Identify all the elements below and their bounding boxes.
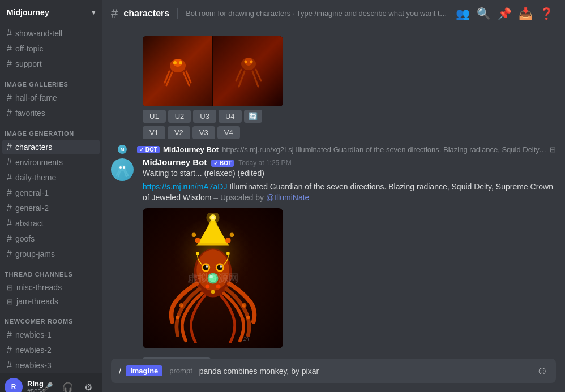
sidebar-item-group-jams[interactable]: # group-jams [2,247,100,261]
sidebar-item-show-and-tell[interactable]: # show-and-tell [2,26,100,41]
svg-point-51 [196,252,199,255]
sidebar-item-newbies-3[interactable]: # newbies-3 [2,358,100,373]
message-waiting-text: Waiting to start... (relaxed) (edited) [143,168,556,179]
svg-point-7 [179,61,182,64]
slash-command: / [119,366,121,376]
channel-header: # characters Bot room for drawing charac… [102,0,565,27]
command-label[interactable]: imagine [126,365,162,376]
channel-label: general-1 [15,188,49,197]
svg-point-6 [173,61,177,64]
svg-point-46 [242,303,247,308]
sidebar-item-abstract[interactable]: # abstract [2,216,100,231]
message-compact-1: M ✓ BOT MidJourney Bot https://s.mj.run/… [102,144,565,155]
hash-icon: # [7,28,12,38]
inbox-icon[interactable]: 📥 [516,6,535,21]
avatar [111,158,134,181]
upscale-u2-button[interactable]: U2 [168,110,191,123]
sidebar-item-daily-theme[interactable]: # daily-theme [2,170,100,185]
upscale-u4-button[interactable]: U4 [219,110,242,123]
channel-label: newbies-1 [15,330,52,339]
refresh-button[interactable]: 🔄 [244,110,262,123]
search-icon[interactable]: 🔍 [474,6,493,21]
header-actions: 👥 🔍 📌 📥 ❓ [453,6,556,21]
sidebar-item-general-1[interactable]: # general-1 [2,186,100,200]
section-label-thread-channels: Thread Channels [0,262,102,280]
svg-point-14 [244,61,247,63]
sidebar-item-newbies-2[interactable]: # newbies-2 [2,343,100,357]
hash-icon: # [7,93,12,103]
members-icon[interactable]: 👥 [453,6,472,21]
sidebar-item-misc-threads[interactable]: ⊞ misc-threads [2,281,100,294]
image-link[interactable]: https://s.mj.run/mA7aDJ [143,182,227,191]
channel-label: hall-of-fame [15,93,57,102]
upscale-buttons-row2: V1 V2 V3 V4 [143,126,556,139]
section-label-image-generation: Image Generation [0,121,102,139]
svg-point-40 [220,265,222,268]
hash-icon: # [7,59,12,69]
hash-icon: # [7,203,12,213]
channel-header-desc: Bot room for drawing characters · Type /… [186,9,448,18]
svg-point-29 [195,238,200,243]
svg-line-10 [236,70,241,81]
svg-point-45 [176,315,179,319]
section-label-galleries: Image Galleries [0,72,102,90]
channel-label: favorites [15,109,45,118]
message-content: MidJourney Bot ✓ BOT Today at 1:25 PM Wa… [143,157,556,359]
message-timestamp: Today at 1:25 PM [238,159,291,167]
upscale-u3-button[interactable]: U3 [193,110,216,123]
svg-point-43 [209,275,213,278]
user-info: Ring #5054 [27,380,34,393]
pin-icon[interactable]: 📌 [495,6,514,21]
hash-icon: # [7,142,12,152]
mute-button[interactable]: 🎤 [38,378,57,392]
sidebar-item-favorites[interactable]: # favorites [2,106,100,120]
upscale-u1-button[interactable]: U1 [143,110,166,123]
sidebar-item-characters[interactable]: # characters [2,140,100,154]
message-full-1: MidJourney Bot ✓ BOT Today at 1:25 PM Wa… [102,155,565,359]
command-value-input[interactable]: panda combines monkey, by pixar [199,367,532,376]
upscale-v1-button[interactable]: V1 [143,126,165,139]
compact-preview: https://s.mj.run/xg2Lsj Illuminated Guar… [222,145,546,154]
thread-icon: ⊞ [7,298,13,306]
variations-button-area: Make Variations [143,353,556,359]
large-squid-image: JA 虚拟资源网 [143,208,283,348]
channel-label: newbies-2 [15,346,52,355]
emoji-button[interactable]: ☺ [537,364,548,377]
settings-button[interactable]: ⚙ [79,378,97,392]
sidebar-item-off-topic[interactable]: # off-topic [2,41,100,56]
channel-label: support [15,59,42,68]
channel-label: group-jams [15,249,55,259]
svg-point-16 [118,165,126,171]
sidebar-item-jam-threads[interactable]: ⊞ jam-threads [2,295,100,308]
header-divider [177,8,178,19]
sidebar-item-hall-of-fame[interactable]: # hall-of-fame [2,91,100,105]
sidebar-item-support[interactable]: # support [2,57,100,71]
sidebar-item-general-2[interactable]: # general-2 [2,201,100,216]
upscale-v4-button[interactable]: V4 [217,126,240,139]
mention: @IllumiNate [266,193,309,202]
upscale-v3-button[interactable]: V3 [192,126,215,139]
hash-icon: # [7,345,12,355]
svg-line-13 [256,70,261,81]
svg-point-32 [230,232,234,237]
sidebar-item-goofs[interactable]: # goofs [2,231,100,246]
expand-icon[interactable]: ⊞ [550,145,556,154]
input-area: / imagine prompt panda combines monkey, … [102,359,565,392]
sidebar-item-newbies-1[interactable]: # newbies-1 [2,328,100,342]
svg-point-47 [246,315,250,319]
server-name: Midjourney [7,8,49,17]
top-image-area: U1 U2 U3 U4 🔄 V1 V2 V3 V4 [102,36,565,144]
main-content: # characters Bot room for drawing charac… [102,0,565,392]
help-icon[interactable]: ❓ [537,6,556,21]
mini-avatar: M [118,145,127,154]
sidebar-item-environments[interactable]: # environments [2,155,100,170]
svg-point-38 [217,265,223,270]
server-header[interactable]: Midjourney ▾ [0,0,102,25]
upscale-buttons-row1: U1 U2 U3 U4 🔄 [143,110,556,123]
channel-hash-icon: # [111,6,118,21]
squid-illustration: JA [143,208,283,348]
channel-label: goofs [15,234,35,243]
svg-point-30 [225,238,231,243]
upscale-v2-button[interactable]: V2 [168,126,190,139]
deafen-button[interactable]: 🎧 [59,378,77,392]
